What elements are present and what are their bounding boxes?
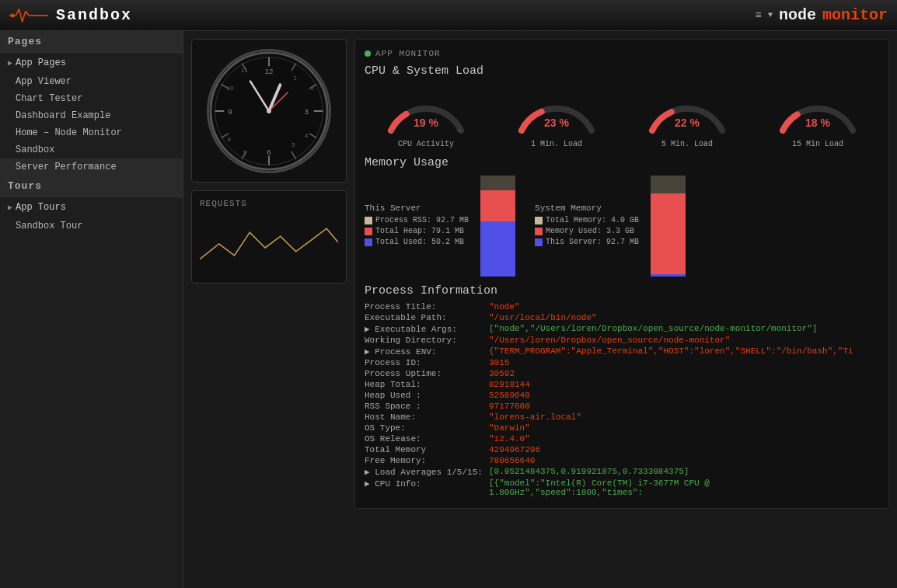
- svg-text:22 %: 22 %: [675, 117, 700, 129]
- sidebar-item-server-performance[interactable]: Server Performance: [0, 158, 183, 176]
- svg-point-6: [11, 13, 15, 17]
- proc-key-rss: RSS Space :: [365, 402, 489, 411]
- proc-row-exe-args[interactable]: ▶ Executable Args: ["node","/Users/loren…: [365, 324, 879, 334]
- status-dot: [365, 50, 371, 57]
- svg-text:4: 4: [305, 131, 309, 138]
- sidebar-app-pages-toggle[interactable]: ▶ App Pages: [0, 53, 183, 73]
- sidebar-item-dashboard-example[interactable]: Dashboard Example: [0, 107, 183, 124]
- sidebar-item-home[interactable]: Home – Node Monitor: [0, 124, 183, 141]
- svg-text:8: 8: [228, 135, 231, 142]
- gauge-svg-5min: 22 %: [640, 84, 734, 138]
- used-dot: [365, 238, 372, 246]
- proc-key-exe-args: ▶ Executable Args:: [365, 324, 489, 334]
- sidebar-item-sandbox[interactable]: Sandbox: [0, 141, 183, 158]
- proc-key-hostname: Host Name:: [365, 412, 489, 422]
- app-pages-label: App Pages: [16, 57, 66, 68]
- svg-text:7: 7: [243, 148, 246, 155]
- svg-text:23 %: 23 %: [544, 117, 569, 129]
- total-mem-label: Total Memory: 4.0 GB: [546, 216, 639, 224]
- gauge-svg-cpu: 19 %: [379, 84, 473, 138]
- sidebar-app-tours-toggle[interactable]: ▶ App Tours: [0, 197, 183, 217]
- proc-row-heap-total: Heap Total: 82918144: [365, 380, 879, 389]
- proc-key-working-dir: Working Directory:: [365, 336, 489, 345]
- memory-this-server: This Server Process RSS: 92.7 MB: [365, 176, 519, 277]
- heap-dot: [365, 228, 372, 235]
- app-title: Sandbox: [56, 6, 132, 24]
- server-legend-used: Total Used: 50.2 MB: [365, 238, 469, 246]
- app-monitor-label: APP MONITOR: [375, 49, 441, 58]
- requests-panel: REQUESTS: [191, 190, 347, 284]
- server-mem-dot: [535, 238, 543, 246]
- proc-row-loadavg[interactable]: ▶ Load Averages 1/5/15: [0.9521484375,0.…: [365, 467, 879, 477]
- cpu-section: CPU & System Load 19 %: [365, 64, 879, 148]
- gauge-label-5min: 5 Min. Load: [661, 140, 713, 148]
- process-section: Process Information Process Title: "node…: [365, 284, 879, 497]
- proc-row-heap-used: Heap Used : 52589040: [365, 391, 879, 400]
- sidebar-item-app-viewer[interactable]: App Viewer: [0, 73, 183, 90]
- memory-system: System Memory Total Memory: 4.0 GB: [535, 176, 689, 277]
- proc-val-rss: 97177600: [489, 402, 530, 411]
- proc-key-cpuinfo: ▶ CPU Info:: [365, 478, 489, 497]
- monitor-box: APP MONITOR CPU & System Load 19 %: [354, 39, 889, 509]
- proc-row-title: Process Title: "node": [365, 302, 879, 311]
- memory-section: Memory Usage This Server Process RSS: [365, 156, 879, 277]
- gauge-1min: 23 % 1 Min. Load: [495, 84, 618, 148]
- proc-row-ostype: OS Type: "Darwin": [365, 423, 879, 433]
- sidebar-tours-header: Tours: [0, 176, 183, 197]
- app-tours-arrow: ▶: [8, 203, 12, 212]
- app-pages-arrow: ▶: [8, 58, 12, 68]
- sidebar-item-chart-tester[interactable]: Chart Tester: [0, 90, 183, 107]
- proc-row-osrelease: OS Release: "12.4.0": [365, 434, 879, 444]
- proc-row-freemem: Free Memory: 780656640: [365, 456, 879, 465]
- system-memory-label: System Memory: [535, 204, 639, 213]
- proc-val-osrelease: "12.4.0": [489, 434, 530, 444]
- mem-used-dot: [535, 228, 543, 235]
- sidebar: Pages ▶ App Pages App Viewer Chart Teste…: [0, 31, 183, 588]
- svg-text:6: 6: [267, 147, 270, 155]
- svg-line-2: [19, 9, 23, 22]
- system-legend-server: This Server: 92.7 MB: [535, 238, 639, 246]
- app-tours-label: App Tours: [16, 202, 66, 213]
- proc-val-exe-args: ["node","/Users/loren/Dropbox/open_sourc…: [489, 324, 817, 334]
- used-label: Total Used: 50.2 MB: [375, 238, 464, 246]
- gauges-row: 19 % CPU Activity: [365, 84, 879, 148]
- server-legend-heap: Total Heap: 79.1 MB: [365, 227, 469, 235]
- svg-line-4: [26, 11, 29, 16]
- gauge-label-15min: 15 Min Load: [792, 140, 843, 148]
- main-layout: Pages ▶ App Pages App Viewer Chart Teste…: [0, 31, 897, 588]
- gauge-label-1min: 1 Min. Load: [531, 140, 582, 148]
- gauge-label-cpu-activity: CPU Activity: [398, 140, 454, 148]
- svg-text:3: 3: [304, 106, 308, 115]
- clock-container: 12 3 6 9 1 4 7 10 11 5 2 8: [191, 39, 347, 183]
- this-server-label: This Server: [365, 204, 469, 213]
- app-monitor-header: APP MONITOR: [365, 49, 879, 58]
- process-title: Process Information: [365, 284, 879, 297]
- header-left: Sandbox: [9, 4, 132, 27]
- proc-val-heap-total: 82918144: [489, 380, 530, 389]
- sidebar-item-sandbox-tour[interactable]: Sandbox Tour: [0, 217, 183, 235]
- proc-row-uptime: Process Uptime: 30592: [365, 369, 879, 378]
- server-legend-rss: Process RSS: 92.7 MB: [365, 216, 469, 224]
- proc-row-cpuinfo[interactable]: ▶ CPU Info: [{"model":"Intel(R) Core(TM)…: [365, 478, 815, 497]
- proc-val-hostname: "lorens-air.local": [489, 412, 581, 422]
- gauge-5min: 22 % 5 Min. Load: [626, 84, 749, 148]
- proc-key-env: ▶ Process ENV:: [365, 346, 489, 357]
- dropdown-arrow[interactable]: ▼: [768, 11, 773, 19]
- header: Sandbox ≡ ▼ nodemonitor: [0, 0, 897, 31]
- server-mem-label: This Server: 92.7 MB: [546, 238, 639, 246]
- proc-key-osrelease: OS Release:: [365, 434, 489, 444]
- proc-key-totalmem: Total Memory: [365, 445, 489, 454]
- proc-key-heap-used: Heap Used :: [365, 391, 489, 400]
- proc-val-exe-path: "/usr/local/bin/node": [489, 313, 597, 322]
- header-right: ≡ ▼ nodemonitor: [756, 6, 888, 24]
- rss-dot: [365, 217, 372, 224]
- proc-val-ostype: "Darwin": [489, 423, 530, 433]
- svg-text:2: 2: [311, 85, 314, 92]
- proc-row-env[interactable]: ▶ Process ENV: {"TERM_PROGRAM":"Apple_Te…: [365, 346, 879, 357]
- svg-rect-47: [651, 193, 686, 277]
- svg-point-36: [267, 109, 271, 113]
- proc-key-heap-total: Heap Total:: [365, 380, 489, 389]
- proc-key-freemem: Free Memory:: [365, 456, 489, 465]
- menu-icon[interactable]: ≡: [756, 9, 762, 22]
- proc-val-freemem: 780656640: [489, 456, 535, 465]
